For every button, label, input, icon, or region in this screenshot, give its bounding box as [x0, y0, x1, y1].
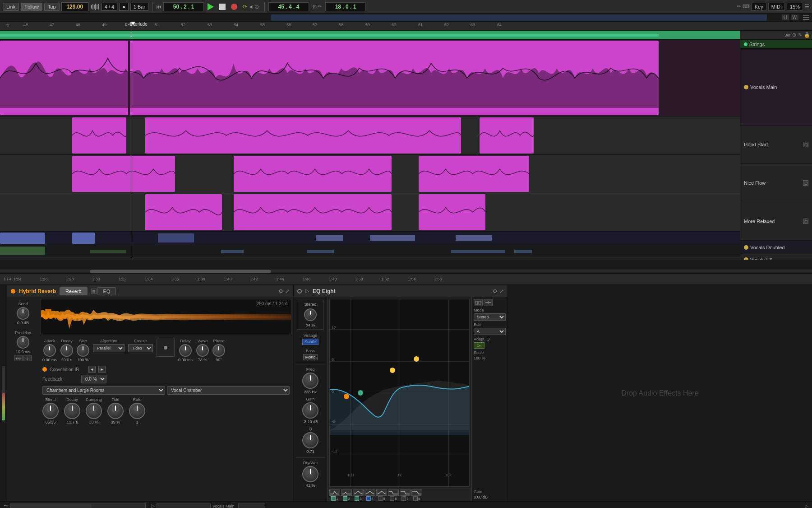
damping-knob[interactable]: [86, 403, 102, 419]
delay-knob[interactable]: [179, 344, 192, 357]
follow-button[interactable]: Follow: [21, 3, 42, 11]
eq-node-6[interactable]: [414, 356, 419, 362]
record-button[interactable]: [229, 2, 239, 12]
vocals-fx-clip-1[interactable]: [0, 247, 45, 255]
nice-flow-clip-2[interactable]: [234, 156, 392, 192]
vd-clip4[interactable]: [456, 235, 492, 241]
decay2-knob[interactable]: [64, 403, 80, 419]
band-2-enable[interactable]: [343, 496, 347, 501]
band-4-type[interactable]: [364, 489, 375, 496]
set-icon-3[interactable]: 🔒: [804, 32, 810, 38]
tempo-display[interactable]: 129.00: [61, 2, 88, 11]
eq-icon-1[interactable]: [474, 299, 483, 306]
set-icon-2[interactable]: ✎: [798, 32, 802, 38]
size-knob[interactable]: [77, 344, 89, 357]
blend-knob[interactable]: [42, 403, 59, 419]
good-start-fold[interactable]: ◻: [803, 142, 808, 147]
strings-clip-bar[interactable]: [0, 34, 659, 37]
track-list-nice-flow[interactable]: Nice Flow ◻: [740, 164, 812, 202]
track-list-vocals-doubled[interactable]: Vocals Doubled: [740, 241, 812, 254]
band-8-type[interactable]: [411, 489, 422, 496]
eq-play-btn[interactable]: ▷: [305, 288, 309, 294]
time-sig-display[interactable]: 4 / 4: [102, 3, 117, 11]
fold-all-btn[interactable]: ▽: [4, 22, 12, 30]
status-secondary-bar[interactable]: [157, 503, 211, 508]
stop-button[interactable]: [217, 2, 227, 12]
status-progress-bar[interactable]: [10, 503, 146, 508]
vd-clip2[interactable]: [316, 235, 343, 241]
zoom-display[interactable]: 15%: [787, 3, 803, 11]
vocals-fx-clip-5[interactable]: [451, 250, 505, 253]
band-6-type[interactable]: [388, 489, 399, 496]
loop-size-display[interactable]: 1 Bar: [130, 3, 148, 11]
eq-settings-icon[interactable]: ⚙: [493, 288, 498, 294]
freeze-select[interactable]: Tides: [128, 344, 153, 352]
q-knob[interactable]: [302, 432, 318, 448]
freq-knob[interactable]: [302, 373, 318, 389]
transport-prev-icon[interactable]: ⏮: [156, 4, 161, 10]
overview-bar[interactable]: H W: [0, 14, 812, 22]
pencil-icon[interactable]: ✏: [318, 4, 322, 9]
category-select[interactable]: Chambers and Large Rooms: [42, 386, 165, 395]
w-button[interactable]: W: [791, 14, 798, 20]
track-list-good-start[interactable]: Good Start ◻: [740, 126, 812, 164]
loop-region-icon[interactable]: ⊡: [313, 4, 317, 9]
vocals-main-clip[interactable]: [0, 41, 659, 115]
decay-knob[interactable]: [60, 344, 73, 357]
mini-scroll-bar[interactable]: [0, 260, 812, 273]
key-display[interactable]: Key: [752, 3, 766, 11]
piano-icon[interactable]: ⌨: [743, 4, 750, 9]
algorithm-select[interactable]: Parallel Series: [93, 344, 125, 352]
eq-node-4[interactable]: [358, 390, 363, 396]
back-arrow[interactable]: ◄: [248, 4, 254, 10]
nice-flow-clip-1[interactable]: [72, 156, 175, 192]
eq-checkbox[interactable]: [91, 289, 97, 294]
stereo-knob[interactable]: [304, 308, 317, 321]
bass-mono-btn[interactable]: Mono: [303, 354, 318, 360]
good-start-clip-2[interactable]: [145, 117, 461, 154]
tide-knob[interactable]: [107, 403, 124, 419]
status-play-icon[interactable]: ▷: [151, 503, 155, 508]
band-5-type[interactable]: [376, 489, 387, 496]
vocals-fx-clip-3[interactable]: [221, 250, 244, 253]
feedback-select[interactable]: 0.0 %: [81, 375, 106, 383]
vocals-fx-clip-4[interactable]: [307, 250, 334, 253]
conv-ir-next[interactable]: ►: [98, 366, 106, 373]
eq-node-5[interactable]: [390, 368, 395, 373]
good-start-clip-3[interactable]: [480, 117, 534, 154]
wave-knob[interactable]: [196, 344, 209, 357]
band-1-type[interactable]: [329, 489, 340, 496]
reverb-settings-icon[interactable]: ⚙: [278, 288, 283, 294]
timeline-ruler[interactable]: ▽ 46 47 48 49 50 51 52 53 54 55 56 57 58…: [0, 22, 812, 31]
good-start-clip-1[interactable]: [72, 117, 126, 154]
track-list-vocals-main[interactable]: Vocals Main: [740, 49, 812, 126]
predelay-sync-btn[interactable]: ♩: [23, 355, 32, 361]
resize-handle[interactable]: [803, 14, 809, 21]
band-3-enable[interactable]: [355, 496, 359, 501]
dry-wet-knob[interactable]: [302, 466, 318, 482]
vocals-fx-clip-6[interactable]: [514, 250, 532, 253]
more-relaxed-clip-3[interactable]: [419, 194, 485, 230]
loop-end-display[interactable]: 18 . 0 . 1: [325, 2, 366, 11]
more-relaxed-clip-1[interactable]: [145, 194, 222, 230]
end-position-display[interactable]: 45 . 4 . 4: [268, 2, 309, 11]
position-display[interactable]: 50 . 2 . 1: [163, 2, 204, 11]
reverb-tab-reverb[interactable]: Reverb: [60, 287, 87, 295]
conv-ir-prev[interactable]: ◄: [88, 366, 96, 373]
xy-pad[interactable]: [157, 339, 175, 357]
link-button[interactable]: Link: [3, 3, 19, 11]
phase-knob[interactable]: [212, 344, 225, 357]
punch-icon[interactable]: ⊙: [254, 4, 259, 10]
predelay-ms-btn[interactable]: ms: [14, 355, 23, 361]
loop-toggle[interactable]: ⟳: [243, 4, 247, 10]
band-5-enable[interactable]: [378, 496, 383, 501]
midi-display[interactable]: MIDI: [768, 3, 785, 11]
band-4-enable[interactable]: [366, 496, 371, 501]
rate-knob[interactable]: [129, 403, 145, 419]
menu-icon[interactable]: ☰: [805, 4, 809, 9]
play-button[interactable]: [206, 2, 216, 12]
eq-graph[interactable]: 12 6 0 -6 -12 100 1k 10k: [329, 299, 470, 487]
h-button[interactable]: H: [782, 14, 789, 20]
status-mini-bar[interactable]: [238, 503, 265, 508]
vocals-doubled-clip-1[interactable]: [0, 233, 45, 244]
